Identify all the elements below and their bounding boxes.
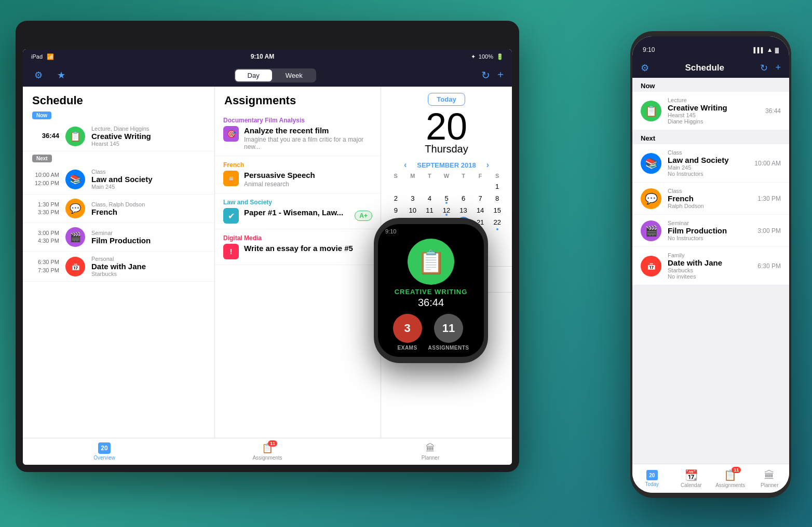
watch-bottom: 3 EXAMS 11 ASSIGNMENTS	[393, 314, 469, 351]
law-title: Law and Society	[91, 175, 205, 184]
iphone-refresh-icon[interactable]: ↻	[760, 62, 768, 74]
film-info: Seminar Film Production	[91, 230, 205, 245]
assign-text-french: Persuasive Speech Animal research	[244, 171, 315, 188]
cal-cell-2[interactable]: 2	[387, 193, 404, 204]
schedule-item-date[interactable]: 6:30 PM7:30 PM 📅 Personal Date with Jane…	[23, 252, 214, 282]
iphone-navbar: ⚙ Schedule ↻ +	[632, 59, 789, 78]
iphone-settings-icon[interactable]: ⚙	[641, 62, 649, 74]
cal-cell-5[interactable]: 5	[438, 193, 455, 204]
film-sub: Seminar	[91, 230, 205, 236]
iphone-today-label: Today	[645, 481, 659, 487]
assign-icon-film: 🎯	[223, 126, 239, 142]
iphone-add-icon[interactable]: +	[775, 62, 781, 74]
cal-cell-10[interactable]: 10	[404, 205, 422, 216]
day-view-button[interactable]: Day	[235, 70, 272, 81]
film-time: 3:00 PM4:30 PM	[32, 229, 59, 245]
watch-course-name: CREATIVE WRITING	[395, 288, 468, 296]
iphone-item-creative-writing[interactable]: 📋 Lecture Creative Writing Hearst 145 Di…	[632, 92, 789, 130]
iphone-assignments-badge: 11	[732, 467, 741, 473]
cal-cell-3[interactable]: 3	[404, 193, 422, 204]
iphone-tab-planner[interactable]: 🏛 Planner	[750, 464, 790, 493]
course-digital: Digital Media	[223, 234, 372, 242]
schedule-item-film[interactable]: 3:00 PM4:30 PM 🎬 Seminar Film Production	[23, 223, 214, 252]
week-view-button[interactable]: Week	[273, 70, 315, 81]
assignment-item-film-analysis[interactable]: Documentary Film Analysis 🎯 Analyze the …	[215, 112, 381, 156]
cal-header: S M T W T F S	[387, 173, 506, 179]
course-documentary: Documentary Film Analysis	[223, 117, 372, 124]
iphone-now-header: Now	[632, 78, 789, 92]
cal-cell-15[interactable]: 15	[489, 205, 506, 216]
cal-cell-empty1: -	[387, 181, 404, 192]
cal-cell-7[interactable]: 7	[472, 193, 489, 204]
cal-cell-9[interactable]: 9	[387, 205, 404, 216]
star-icon[interactable]: ★	[54, 68, 69, 82]
schedule-item-law[interactable]: 10:00 AM12:00 PM 📚 Class Law and Society…	[23, 164, 214, 195]
iphone-detail-law1: Main 245	[668, 164, 748, 171]
cal-cell-22[interactable]: 22	[489, 217, 506, 230]
schedule-item-creative-writing[interactable]: 36:44 📋 Lecture, Diane Higgins Creative …	[23, 121, 214, 151]
iphone-device: 9:10 ▌▌▌ ▲ ▓ ⚙ Schedule ↻ + Now 📋 Lectur…	[630, 31, 791, 498]
assignment-item-french[interactable]: French ≡ Persuasive Speech Animal resear…	[215, 156, 381, 193]
dow-s1: S	[387, 173, 404, 179]
watch-exams-item[interactable]: 3 EXAMS	[393, 314, 422, 351]
iphone-detail-date1: Starbucks	[668, 267, 751, 273]
dow-f: F	[472, 173, 489, 179]
cal-cell-13[interactable]: 13	[455, 205, 472, 216]
law-icon: 📚	[65, 170, 85, 189]
countdown-value: 36:44	[32, 131, 59, 141]
iphone-main-date: Date with Jane	[668, 258, 751, 267]
signal-icon: ▌▌▌	[754, 47, 765, 53]
cal-cell-1[interactable]: 1	[489, 181, 506, 192]
iphone-tab-today[interactable]: 20 Today	[632, 464, 672, 493]
settings-icon[interactable]: ⚙	[31, 68, 46, 82]
cal-cell-4[interactable]: 4	[421, 193, 438, 204]
assignments-badge: 11	[268, 440, 277, 447]
creative-writing-location: Hearst 145	[91, 141, 205, 147]
iphone-item-date[interactable]: 📅 Family Date with Jane Starbucks No inv…	[632, 247, 789, 285]
date-icon: 📅	[65, 257, 85, 276]
watch-assignments-label: ASSIGNMENTS	[428, 345, 469, 351]
iphone-calendar-icon: 📆	[685, 469, 698, 481]
iphone-info-film: Seminar Film Production No Instructors	[668, 220, 751, 241]
cal-cell-6[interactable]: 6	[455, 193, 472, 204]
tab-overview-label: Overview	[93, 455, 115, 461]
iphone-icon-law: 📚	[641, 153, 661, 174]
creative-writing-sub: Lecture, Diane Higgins	[91, 126, 205, 132]
iphone-item-french[interactable]: 💬 Class French Ralph Dodson 1:30 PM	[632, 183, 789, 215]
law-info: Class Law and Society Main 245	[91, 169, 205, 190]
tab-overview[interactable]: 20 Overview	[23, 438, 186, 465]
refresh-icon[interactable]: ↻	[481, 69, 490, 81]
grade-badge-aplus: A+	[355, 211, 372, 221]
next-month-arrow[interactable]: ›	[486, 160, 489, 170]
view-segmented-control[interactable]: Day Week	[234, 68, 316, 82]
iphone-tab-calendar[interactable]: 📆 Calendar	[672, 464, 711, 493]
assign-row-french: ≡ Persuasive Speech Animal research	[223, 171, 372, 188]
wifi-icon: 📶	[47, 53, 54, 60]
iphone-item-film[interactable]: 🎬 Seminar Film Production No Instructors…	[632, 215, 789, 247]
tab-assignments[interactable]: 📋 11 Assignments	[186, 438, 349, 465]
iphone-item-law[interactable]: 📚 Class Law and Society Main 245 No Inst…	[632, 144, 789, 183]
iphone-main-cw: Creative Writing	[668, 103, 759, 112]
cal-cell-8[interactable]: 8	[489, 193, 506, 204]
iphone-tab-assignments[interactable]: 📋 11 Assignments	[711, 464, 750, 493]
date-display: 20 Thursday	[381, 106, 512, 157]
watch-course-icon: 📋	[408, 239, 454, 285]
watch-assignments-item[interactable]: 11 ASSIGNMENTS	[428, 314, 469, 351]
assignment-item-law[interactable]: Law and Society ✔ Paper #1 - Wiseman, La…	[215, 193, 381, 229]
assign-desc-film: Imagine that you are a film critic for a…	[244, 136, 372, 150]
assign-title-french: Persuasive Speech	[244, 171, 315, 179]
tab-planner[interactable]: 🏛 Planner	[349, 438, 512, 465]
prev-month-arrow[interactable]: ‹	[404, 160, 407, 170]
iphone-info-date: Family Date with Jane Starbucks No invit…	[668, 252, 751, 280]
battery-level: 100%	[479, 53, 493, 60]
dow-t1: T	[421, 173, 438, 179]
add-icon[interactable]: +	[497, 69, 504, 81]
cal-cell-empty6: -	[472, 181, 489, 192]
cal-cell-14[interactable]: 14	[472, 205, 489, 216]
cal-cell-12[interactable]: 12	[438, 205, 455, 216]
watch-time: 9:10	[385, 228, 396, 234]
schedule-item-french[interactable]: 1:30 PM3:30 PM 💬 Class, Ralph Dodson Fre…	[23, 195, 214, 223]
cal-cell-11[interactable]: 11	[421, 205, 438, 216]
today-button[interactable]: Today	[428, 93, 465, 106]
assignment-item-digital[interactable]: Digital Media ! Write an essay for a mov…	[215, 229, 381, 265]
